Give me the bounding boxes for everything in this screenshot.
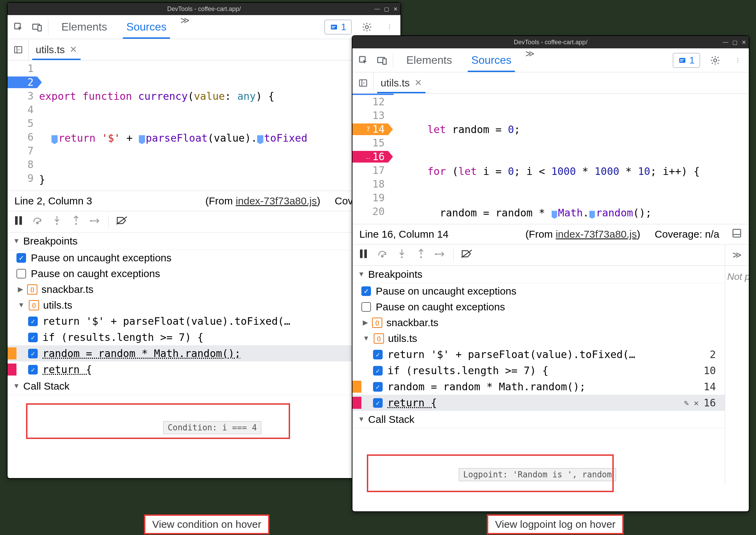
step-into-icon[interactable] [51, 215, 63, 228]
checkbox-icon[interactable]: ✓ [373, 398, 383, 408]
source-map-link[interactable]: index-73f73a80.js [236, 195, 317, 206]
pause-uncaught-row[interactable]: ✓ Pause on uncaught exceptions [352, 283, 725, 299]
breakpoint-item[interactable]: ✓ random = random * Math.random(); 14 [352, 379, 725, 395]
step-icon[interactable] [89, 216, 101, 227]
inline-breakpoint-icon[interactable] [257, 135, 263, 144]
step-icon[interactable] [434, 250, 446, 260]
checkbox-icon[interactable] [16, 269, 26, 278]
close-file-icon[interactable]: ✕ [70, 44, 77, 55]
tab-sources[interactable]: Sources [461, 48, 521, 72]
deactivate-breakpoints-icon[interactable] [116, 216, 128, 227]
conditional-bp-marker[interactable]: ?14 [352, 123, 388, 135]
device-toggle-icon[interactable] [29, 20, 45, 35]
checkbox-icon[interactable]: ✓ [28, 349, 38, 358]
file-tab-bar: utils.ts ✕ [352, 72, 749, 94]
file-tab-utils[interactable]: utils.ts ✕ [29, 39, 84, 60]
inspect-icon[interactable] [11, 20, 26, 35]
settings-icon[interactable] [359, 20, 374, 35]
bp-file-utils[interactable]: ▼ ⟨⟩ utils.ts [8, 297, 400, 313]
pause-caught-row[interactable]: Pause on caught exceptions [352, 299, 725, 315]
more-tabs-icon[interactable]: ≫ [176, 15, 190, 39]
checkbox-icon[interactable]: ✓ [28, 317, 38, 326]
bp-file-snackbar[interactable]: ▶⟨⟩ snackbar.ts [352, 315, 725, 331]
minimize-icon[interactable]: — [723, 39, 728, 45]
deactivate-breakpoints-icon[interactable] [460, 249, 473, 261]
settings-icon[interactable] [708, 53, 723, 68]
coverage-toggle-icon[interactable] [732, 228, 742, 241]
close-icon[interactable]: ✕ [742, 39, 746, 46]
inline-breakpoint-icon[interactable] [589, 211, 595, 218]
edit-icon[interactable]: ✎ [684, 398, 689, 408]
inline-breakpoint-icon[interactable] [552, 211, 557, 218]
source-map-link[interactable]: index-73f73a80.js [556, 228, 637, 240]
logpoint-tooltip: Logpoint: 'Random is ', random [459, 468, 616, 481]
expand-pane-icon[interactable]: ≫ [725, 245, 749, 266]
code-content[interactable]: let random = 0; for (let i = 0; i < 1000… [390, 94, 749, 224]
checkbox-icon[interactable]: ✓ [361, 286, 371, 296]
breakpoint-item[interactable]: ✓ return '$' + parseFloat(value).toFixed… [8, 313, 400, 329]
pause-icon[interactable] [12, 215, 25, 228]
pause-icon[interactable] [357, 249, 370, 261]
tab-elements[interactable]: Elements [52, 15, 117, 39]
device-toggle-icon[interactable] [374, 53, 389, 68]
svg-rect-17 [359, 80, 367, 86]
svg-rect-6 [15, 216, 18, 225]
step-out-icon[interactable] [415, 249, 427, 261]
minimize-icon[interactable]: — [374, 6, 380, 12]
close-file-icon[interactable]: ✕ [415, 78, 422, 88]
checkbox-icon[interactable]: ✓ [373, 366, 383, 376]
show-navigator-icon[interactable] [352, 72, 374, 93]
line-gutter[interactable]: 12 13 ?14 15 ‥16 17 18 19 20 [352, 94, 390, 224]
bp-file-utils[interactable]: ▼⟨⟩ utils.ts [352, 331, 725, 346]
kebab-menu-icon[interactable]: ⋮ [382, 20, 397, 35]
bp-file-snackbar[interactable]: ▶ ⟨⟩ snackbar.ts [8, 282, 400, 297]
checkbox-icon[interactable]: ✓ [373, 350, 383, 359]
step-out-icon[interactable] [70, 215, 82, 228]
step-over-icon[interactable] [376, 249, 389, 261]
checkbox-icon[interactable]: ✓ [28, 365, 38, 374]
svg-point-21 [382, 255, 383, 257]
pause-uncaught-row[interactable]: ✓ Pause on uncaught exceptions [8, 250, 400, 266]
callstack-section-header[interactable]: ▼ Call Stack [352, 411, 725, 428]
inline-breakpoint-icon[interactable] [139, 135, 145, 144]
logpoint-marker [8, 364, 16, 376]
file-tab-utils[interactable]: utils.ts ✕ [374, 72, 429, 93]
breakpoint-item[interactable]: ✓ if (results.length >= 7) { 10 [352, 362, 725, 379]
breakpoint-item[interactable]: ✓ if (results.length >= 7) { 10 [8, 329, 400, 345]
checkbox-icon[interactable]: ✓ [16, 253, 26, 263]
inline-breakpoint-icon[interactable] [51, 135, 58, 144]
line-gutter[interactable]: 1 2 3 4 5 6 7 8 9 [8, 60, 39, 191]
maximize-icon[interactable]: ▢ [732, 39, 737, 46]
checkbox-icon[interactable]: ✓ [373, 382, 383, 392]
breakpoints-section-header[interactable]: ▼ Breakpoints [352, 266, 725, 283]
step-into-icon[interactable] [396, 249, 408, 261]
code-content[interactable]: export function currency(value: any) { r… [39, 60, 400, 191]
show-navigator-icon[interactable] [8, 39, 29, 60]
breakpoint-item[interactable]: ✓ return { 16 [8, 361, 400, 378]
kebab-menu-icon[interactable]: ⋮ [730, 53, 745, 68]
more-tabs-icon[interactable]: ≫ [521, 48, 535, 72]
close-icon[interactable]: ✕ [393, 6, 398, 12]
callstack-section-header[interactable]: ▼ Call Stack [8, 378, 400, 395]
inspect-icon[interactable] [356, 53, 371, 68]
breakpoint-marker[interactable]: 2 [8, 76, 37, 88]
step-over-icon[interactable] [32, 216, 44, 227]
logpoint-marker[interactable]: ‥16 [352, 151, 388, 163]
svg-point-11 [90, 220, 92, 222]
breakpoint-item-hovered[interactable]: ✓ return { ✎ ✕ 16 [352, 395, 725, 411]
checkbox-icon[interactable]: ✓ [28, 333, 38, 342]
issues-badge[interactable]: 1 [324, 20, 352, 35]
tab-sources[interactable]: Sources [117, 15, 176, 39]
tab-elements[interactable]: Elements [397, 48, 461, 72]
breakpoint-item[interactable]: ✓ return '$' + parseFloat(value).toFixed… [352, 346, 725, 362]
issues-badge[interactable]: 1 [673, 53, 700, 68]
checkbox-icon[interactable] [361, 302, 371, 312]
delete-icon[interactable]: ✕ [694, 398, 698, 408]
conditional-bp-marker [8, 347, 16, 359]
pause-caught-row[interactable]: Pause on caught exceptions [8, 266, 400, 282]
code-editor[interactable]: 12 13 ?14 15 ‥16 17 18 19 20 let random … [352, 94, 749, 224]
breakpoint-item-hovered[interactable]: ✓ random = random * Math.random(); ✎ ✕ 1… [8, 345, 400, 361]
code-editor[interactable]: 1 2 3 4 5 6 7 8 9 export function curren… [8, 60, 400, 191]
maximize-icon[interactable]: ▢ [384, 6, 389, 12]
breakpoints-section-header[interactable]: ▼ Breakpoints [8, 233, 400, 250]
